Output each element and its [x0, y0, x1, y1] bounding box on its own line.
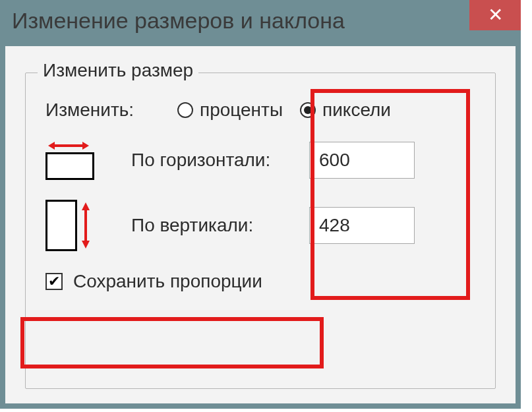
svg-marker-2	[82, 142, 89, 150]
vertical-label: По вертикали:	[131, 214, 309, 237]
resize-skew-dialog: Изменение размеров и наклона ✕ Изменить …	[0, 0, 521, 409]
vertical-row: По вертикали: 428	[45, 200, 479, 251]
vertical-input[interactable]: 428	[309, 207, 415, 244]
close-button[interactable]: ✕	[469, 0, 521, 30]
units-row: Изменить: проценты пиксели	[45, 100, 479, 121]
horizontal-value: 600	[319, 150, 350, 171]
svg-marker-5	[82, 241, 90, 249]
resize-fieldset: Изменить размер Изменить: проценты пиксе…	[25, 73, 496, 389]
titlebar: Изменение размеров и наклона ✕	[0, 0, 521, 46]
dialog-content: Изменить размер Изменить: проценты пиксе…	[5, 46, 516, 402]
unit-pixels-option[interactable]: пиксели	[300, 100, 391, 121]
svg-marker-1	[48, 142, 55, 150]
keep-ratio-checkbox[interactable]: ✔	[45, 273, 63, 290]
close-icon: ✕	[488, 4, 503, 26]
highlight-pixels-column	[310, 89, 470, 300]
change-label: Изменить:	[45, 100, 177, 121]
unit-pixels-label: пиксели	[322, 100, 391, 121]
vertical-icon	[45, 200, 131, 251]
vertical-value: 428	[319, 215, 350, 236]
rect-vertical-icon	[45, 200, 77, 251]
unit-percent-label: проценты	[200, 100, 283, 121]
check-icon: ✔	[48, 274, 60, 289]
dialog-title: Изменение размеров и наклона	[12, 0, 469, 41]
horizontal-input[interactable]: 600	[309, 142, 415, 179]
radio-pixels[interactable]	[300, 102, 316, 118]
svg-marker-4	[82, 202, 90, 210]
rect-horizontal-icon	[45, 152, 94, 180]
horizontal-row: По горизонтали: 600	[45, 140, 479, 180]
keep-ratio-label: Сохранить пропорции	[73, 271, 262, 292]
arrow-horizontal-icon	[48, 140, 89, 151]
highlight-keep-ratio	[20, 317, 324, 368]
horizontal-icon	[45, 140, 131, 180]
horizontal-label: По горизонтали:	[131, 148, 309, 172]
arrow-vertical-icon	[80, 202, 92, 249]
radio-percent[interactable]	[177, 102, 193, 118]
unit-percent-option[interactable]: проценты	[177, 100, 283, 121]
keep-ratio-row[interactable]: ✔ Сохранить пропорции	[45, 271, 479, 292]
resize-legend: Изменить размер	[38, 60, 198, 81]
